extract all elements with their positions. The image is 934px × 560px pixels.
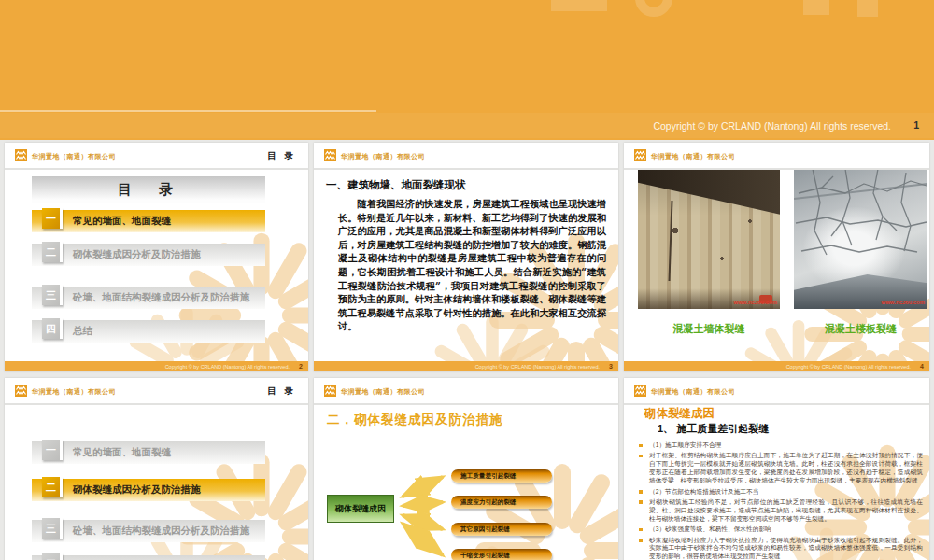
- company-name: 华润置地（南通）有限公司: [651, 152, 735, 161]
- toc-item-2: 二 砌体裂缝成因分析及防治措施: [32, 479, 265, 501]
- crland-logo-icon: [634, 149, 646, 161]
- banner-watermark-decoration: [551, 0, 607, 11]
- toc-item-4: 四 总结: [32, 320, 265, 343]
- crland-logo-icon: [15, 149, 27, 161]
- banner-watermark-decoration: [803, 0, 829, 15]
- photo-caption-wall: 混凝土墙体裂缝: [638, 322, 780, 336]
- header-section-label: 目 录: [267, 150, 296, 162]
- header-section-label: 目 录: [267, 385, 296, 398]
- slide-thumbnail-detail[interactable]: 华润置地（南通）有限公司 砌体裂缝成因 1、 施工质量差引起裂缝 （1）施工顺序…: [624, 378, 929, 560]
- toc-title: 目 录: [32, 176, 265, 203]
- photo-watermark: www.hc360.com: [882, 300, 925, 305]
- slide-thumbnail-photos[interactable]: 华润置地（南通）有限公司 www.hc360.com www.hc360.com: [624, 143, 929, 371]
- slide-header: 华润置地（南通）有限公司: [624, 143, 929, 170]
- photo-wall-dark-band: [638, 165, 780, 220]
- toc-item-2: 二 砌体裂缝成因分析及防治措施: [32, 244, 265, 266]
- bullet-item: 对于框架、框剪结构砌块施工顺序应自上而下，施工单位为了赶工期，在主体没封顶的情况…: [637, 452, 923, 485]
- slide-header: 华润置地（南通）有限公司: [314, 378, 618, 405]
- toc-item-3: 三 砼墙、地面结构裂缝成因分析及防治措施: [32, 287, 265, 309]
- slide-title: 砌体裂缝成因: [644, 406, 715, 422]
- slide-footer: Copyright © by CRLAND (Nantong) All righ…: [5, 361, 308, 371]
- banner-watermark-decoration: [635, 0, 672, 17]
- crland-logo-icon: [324, 385, 336, 397]
- diagram-cause-3: 其它原因引起裂缝: [451, 523, 552, 536]
- banner-page-number: 1: [913, 119, 919, 131]
- photo-wall-crack-line: [668, 201, 672, 281]
- company-name: 华润置地（南通）有限公司: [32, 152, 116, 161]
- diagram-source-box: 砌体裂缝成因: [327, 495, 394, 523]
- company-name: 华润置地（南通）有限公司: [651, 387, 735, 397]
- slide-header: 华润置地（南通）有限公司 目 录: [5, 378, 308, 405]
- slide-thumbnail-toc-1[interactable]: 华润置地（南通）有限公司 目 录 目 录 一 常见的墙面、地面裂缝 二 砌体裂缝…: [5, 143, 308, 371]
- slide-header: 华润置地（南通）有限公司 目 录: [5, 143, 308, 170]
- company-name: 华润置地（南通）有限公司: [341, 387, 425, 397]
- slide-thumbnail-toc-2[interactable]: 华润置地（南通）有限公司 目 录 一 常见的墙面、地面裂缝 二 砌体裂缝成因分析…: [5, 378, 308, 560]
- crland-logo-icon: [15, 385, 27, 397]
- photo-watermark: www.hc360.com: [734, 300, 777, 305]
- photo-caption-slab: 混凝土楼板裂缝: [794, 322, 927, 336]
- banner-copyright: Copyright © by CRLAND (Nantong) All righ…: [653, 120, 891, 132]
- bullet-item: （2）节点部位构造措施设计及施工不当: [637, 488, 923, 497]
- banner-slide1-bottom: Copyright © by CRLAND (Nantong) All righ…: [0, 0, 934, 140]
- slide-title: 一、建筑物墙、地面裂缝现状: [326, 178, 466, 192]
- diagram-cause-2: 温度应力引起的裂缝: [451, 496, 552, 509]
- bullet-item: （1）施工顺序安排不合理: [637, 441, 923, 450]
- bullet-list: （1）施工顺序安排不合理 对于框架、框剪结构砌块施工顺序应自上而下，施工单位为了…: [637, 441, 923, 560]
- diagram-cause-4: 干缩变形引起裂缝: [451, 549, 552, 560]
- toc-item-3: 三 砼墙、地面结构裂缝成因分析及防治措施: [32, 520, 265, 542]
- photo-concrete-wall-crack: www.hc360.com: [638, 165, 780, 309]
- slide-footer: Copyright © by CRLAND (Nantong) All righ…: [314, 361, 618, 371]
- footer-copyright: Copyright © by CRLAND (Nantong) All righ…: [165, 364, 290, 370]
- company-name: 华润置地（南通）有限公司: [32, 387, 116, 397]
- slide-thumbnail-intro[interactable]: 华润置地（南通）有限公司 一、建筑物墙、地面裂缝现状 随着我国经济的快速发展，房…: [314, 143, 618, 371]
- slide-header: 华润置地（南通）有限公司: [624, 378, 929, 405]
- footer-page-number: 3: [609, 363, 613, 370]
- crland-logo-icon: [324, 149, 336, 161]
- footer-copyright: Copyright © by CRLAND (Nantong) All righ…: [475, 364, 600, 370]
- toc-item-1: 一 常见的墙面、地面裂缝: [32, 441, 265, 464]
- slide-footer: Copyright © by CRLAND (Nantong) All righ…: [624, 361, 929, 371]
- company-name: 华润置地（南通）有限公司: [341, 152, 425, 161]
- footer-copyright: Copyright © by CRLAND (Nantong) All righ…: [786, 364, 911, 370]
- bullet-item: 对砌块砌筑施工经验尚不足，对节点部位的施工缺乏管理经验，且认识不够，往往造成填充…: [637, 498, 923, 524]
- banner-watermark-decoration: [857, 0, 878, 17]
- toc-item-1: 一 常见的墙面、地面裂缝: [32, 210, 265, 232]
- slide-thumbnail-diagram[interactable]: 华润置地（南通）有限公司 二．砌体裂缝成因及防治措施 砌体裂缝成因 施工质量差引…: [314, 378, 618, 560]
- footer-page-number: 4: [920, 363, 924, 370]
- crland-logo-icon: [634, 385, 646, 397]
- banner-divider-line: [0, 110, 376, 112]
- slide-subtitle: 1、 施工质量差引起裂缝: [658, 422, 769, 436]
- bullet-item: 砂浆凝结收缩时拉应力大于砌块抗拉应力，使得填充墙砌块由于砂浆收缩引起不规则裂缝。…: [637, 537, 923, 560]
- slide-body-text: 随着我国经济的快速发展，房屋建筑工程领域也呈现快速增长。特别是近几年以来，新材料…: [338, 197, 606, 333]
- bullet-item: （3）砂浆强度等级、和易性、保水性的影响: [637, 525, 923, 534]
- footer-page-number: 2: [299, 363, 303, 370]
- photo-concrete-slab-crack: www.hc360.com: [794, 165, 927, 309]
- diagram-cause-1: 施工质量差引起裂缝: [451, 469, 552, 483]
- slide-header: 华润置地（南通）有限公司: [314, 143, 618, 170]
- toc-item-4: 四 总结: [32, 555, 265, 560]
